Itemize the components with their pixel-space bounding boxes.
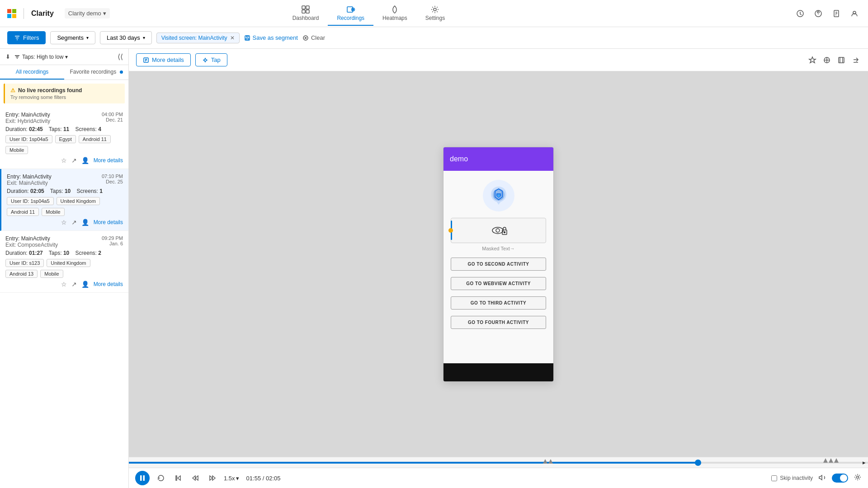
timeline-expand-icon[interactable]: ▸ (860, 457, 868, 468)
sidebar-toolbar: ⬇ Taps: High to low ▾ ⟨⟨ (0, 49, 128, 65)
marker-icon (543, 459, 547, 464)
date-range-button[interactable]: Last 30 days ▾ (100, 31, 152, 44)
replay-icon (157, 474, 165, 482)
audio-toggle[interactable] (832, 474, 848, 483)
nav-settings[interactable]: Settings (416, 1, 454, 26)
chevron-down-icon: ▾ (103, 10, 106, 17)
replay-button[interactable] (155, 472, 167, 484)
screens-label: Screens: 4 (75, 126, 101, 132)
more-details-button[interactable]: More details (136, 53, 191, 66)
screen-filter-chip[interactable]: Visited screen: MainActivity ✕ (156, 33, 240, 43)
filter-chip-close-icon[interactable]: ✕ (230, 35, 235, 41)
content-area: More details Tap (129, 49, 868, 488)
no-recordings-title: ⚠ No live recordings found (10, 87, 119, 94)
filter-icon (14, 35, 20, 41)
masked-text-label: Masked Text→ (482, 246, 515, 251)
go-to-fourth-btn[interactable]: GO TO FOURTH ACTIVITY (451, 316, 546, 329)
nav-recordings[interactable]: Recordings (328, 1, 373, 26)
clear-button[interactable]: Clear (302, 34, 325, 41)
warning-icon: ⚠ (10, 87, 15, 94)
country-tag: United Kingdom (47, 259, 90, 267)
clip-toolbar-icon[interactable] (836, 55, 846, 65)
duration-label: Duration: 02:45 (5, 126, 43, 132)
share-icon[interactable]: ↗ (71, 219, 77, 226)
skip-back-button[interactable] (172, 472, 184, 484)
help-icon[interactable] (812, 7, 825, 20)
sidebar-tabs: All recordings Favorite recordings (0, 65, 128, 80)
speed-button[interactable]: 1.5x ▾ (224, 475, 239, 482)
recording-header: Entry: MainActivity Exit: MainActivity 0… (7, 174, 123, 186)
device-tag: Mobile (5, 146, 28, 154)
save-segment-button[interactable]: Save as segment (244, 34, 298, 41)
forward-button[interactable] (207, 472, 218, 484)
recording-time-value: 07:10 PM (102, 174, 123, 179)
no-recordings-subtitle: Try removing some filters (10, 94, 119, 100)
star-toolbar-icon[interactable] (807, 55, 817, 65)
recording-stats: Duration: 02:45 Taps: 11 Screens: 4 (5, 126, 123, 132)
rewind-button[interactable] (189, 472, 201, 484)
collapse-sidebar-icon[interactable]: ⟨⟨ (118, 52, 123, 61)
svg-rect-28 (140, 475, 142, 481)
sidebar: ⬇ Taps: High to low ▾ ⟨⟨ All recordings … (0, 49, 129, 488)
tab-favorite-recordings[interactable]: Favorite recordings (64, 65, 128, 80)
svg-rect-17 (246, 36, 248, 37)
recording-tags: User ID: 1sp04a5 Egypt Android 11 Mobile (5, 135, 123, 154)
segments-button[interactable]: Segments ▾ (50, 31, 95, 44)
recording-item: Entry: MainActivity Exit: ComposeActivit… (0, 231, 128, 293)
device-tag: Mobile (42, 208, 64, 216)
topbar-right-actions (794, 7, 861, 20)
user-icon[interactable]: 👤 (81, 281, 89, 288)
tab-all-recordings[interactable]: All recordings (0, 65, 64, 80)
nav-dashboard-label: Dashboard (292, 15, 319, 21)
star-icon[interactable]: ☆ (61, 219, 67, 226)
document-icon[interactable] (830, 7, 843, 20)
clarity-logo-svg (487, 184, 510, 207)
volume-icon[interactable] (818, 474, 826, 483)
date-chevron: ▾ (143, 35, 145, 40)
project-name: Clarity demo (68, 10, 101, 17)
nav-dashboard[interactable]: Dashboard (283, 1, 328, 26)
recording-item-active: Entry: MainActivity Exit: MainActivity 0… (0, 169, 128, 231)
pause-button[interactable] (135, 471, 150, 485)
skip-inactivity-checkbox[interactable] (771, 475, 777, 481)
nav-heatmaps[interactable]: Heatmaps (373, 1, 416, 26)
filters-button[interactable]: Filters (7, 31, 46, 44)
sort-button[interactable]: Taps: High to low ▾ (14, 54, 114, 60)
timeline-thumb[interactable] (695, 460, 701, 466)
share-toolbar-icon[interactable] (851, 55, 861, 65)
star-icon[interactable]: ☆ (61, 281, 67, 288)
os-tag: Android 11 (79, 135, 111, 143)
nav-settings-label: Settings (425, 15, 445, 21)
compare-toolbar-icon[interactable] (822, 55, 832, 65)
settings-player-icon[interactable] (854, 473, 862, 483)
share-icon[interactable]: ↗ (71, 157, 77, 164)
timeline[interactable]: ▸ (129, 457, 868, 468)
star-icon[interactable]: ☆ (61, 157, 67, 164)
user-icon[interactable]: 👤 (81, 219, 89, 226)
more-details-link[interactable]: More details (94, 281, 123, 287)
more-details-link[interactable]: More details (94, 157, 123, 164)
notifications-icon[interactable] (794, 7, 807, 20)
filters-label: Filters (23, 34, 39, 41)
nav-recordings-label: Recordings (337, 15, 364, 21)
recording-actions: ☆ ↗ 👤 More details (5, 281, 123, 288)
go-to-second-btn[interactable]: GO TO SECOND ACTIVITY (451, 258, 546, 271)
svg-rect-3 (12, 14, 16, 18)
download-icon[interactable]: ⬇ (5, 53, 10, 60)
ms-icon (7, 9, 16, 18)
sort-icon (14, 54, 20, 60)
svg-point-31 (857, 476, 859, 479)
go-to-webview-btn[interactable]: GO TO WEBVIEW ACTIVITY (451, 277, 546, 290)
more-details-link[interactable]: More details (94, 219, 123, 225)
user-icon[interactable]: 👤 (81, 157, 89, 164)
recording-entry: Entry: MainActivity (7, 174, 52, 180)
user-id-tag: User ID: 1sp04a5 (7, 197, 54, 205)
os-tag: Android 11 (7, 208, 39, 216)
phone-header-text: demo (450, 155, 468, 163)
user-avatar[interactable] (848, 7, 861, 20)
end-marker-icon (823, 458, 828, 463)
project-selector[interactable]: Clarity demo ▾ (65, 8, 110, 19)
share-icon[interactable]: ↗ (71, 281, 77, 288)
go-to-third-btn[interactable]: GO TO THIRD ACTIVITY (451, 296, 546, 310)
tap-button[interactable]: Tap (195, 53, 227, 66)
